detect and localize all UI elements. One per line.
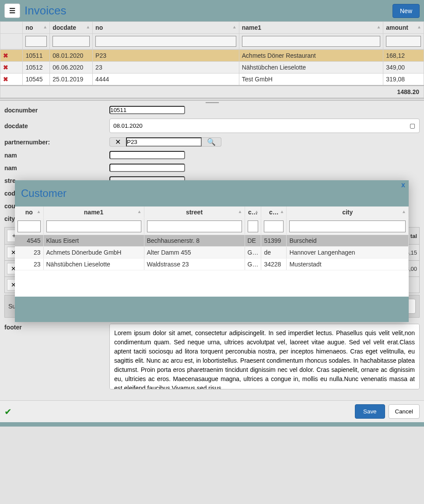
col-partner-no[interactable]: no▲: [93, 22, 239, 34]
table-row[interactable]: ✖ 10511 08.01.2020 P23 Achmets Döner Res…: [0, 50, 424, 62]
label-footer: footer: [4, 324, 109, 331]
filter-name1[interactable]: [242, 36, 381, 47]
mcol-name1[interactable]: name1▲: [43, 206, 144, 218]
modal-title: Customer: [21, 187, 403, 200]
save-button[interactable]: Save: [355, 404, 385, 419]
delete-row-button[interactable]: ✖: [0, 50, 23, 62]
calendar-icon[interactable]: ▢: [410, 122, 415, 129]
customer-row[interactable]: 23Nähstübchen LieselotteWaldstrasse 23G……: [15, 259, 409, 270]
mfilter-name[interactable]: [46, 220, 141, 232]
mcol-street[interactable]: street▲: [144, 206, 245, 218]
filter-docdate[interactable]: [53, 36, 90, 47]
page-title: Invoices: [25, 4, 392, 18]
col-docdate[interactable]: docdate▲: [50, 22, 93, 34]
check-icon: ✔: [4, 406, 12, 417]
customer-lookup-modal: x Customer no▲ name1▲ street▲ c…▲ c…▲ ci…: [15, 180, 409, 322]
input-name1[interactable]: [109, 151, 185, 159]
mfilter-c1[interactable]: [248, 220, 259, 232]
delete-row-button[interactable]: ✖: [0, 74, 23, 85]
label-docdate: docdate: [4, 122, 109, 130]
input-name2[interactable]: [109, 164, 185, 172]
label-docnumber: docnumber: [4, 107, 109, 114]
label-partnernumber: partnernumber:: [4, 139, 109, 146]
new-button[interactable]: New: [392, 4, 420, 18]
col-actions: [0, 22, 23, 34]
delete-row-button[interactable]: ✖: [0, 62, 23, 74]
mfilter-city[interactable]: [289, 220, 406, 232]
mfilter-no[interactable]: [18, 220, 41, 232]
mfilter-c2[interactable]: [264, 220, 284, 232]
invoice-grid-body: ✖ 10511 08.01.2020 P23 Achmets Döner Res…: [0, 49, 424, 85]
cancel-button[interactable]: Cancel: [389, 404, 420, 419]
col-no[interactable]: no▲: [23, 22, 50, 34]
col-name1[interactable]: name1▲: [239, 22, 383, 34]
invoice-grid: no▲ docdate▲ no▲ name1▲ amount▲: [0, 21, 424, 49]
input-docnumber[interactable]: [109, 106, 185, 114]
textarea-footer[interactable]: [109, 324, 420, 389]
col-amount[interactable]: amount▲: [383, 22, 424, 34]
table-row[interactable]: ✖ 10545 25.01.2019 4444 Test GmbH 319,08: [0, 74, 424, 85]
filter-no[interactable]: [25, 36, 47, 47]
mcol-c2[interactable]: c…▲: [261, 206, 287, 218]
modal-close-button[interactable]: x: [401, 181, 405, 189]
filter-partnerno[interactable]: [95, 36, 236, 47]
customer-row[interactable]: 4545Klaus EisertBechhausenerstr. 8DE5139…: [15, 235, 409, 247]
customer-grid: no▲ name1▲ street▲ c…▲ c…▲ city▲: [15, 206, 409, 270]
table-row[interactable]: ✖ 10512 06.06.2020 23 Nähstübchen Liesel…: [0, 62, 424, 74]
grid-total: 1488.20: [0, 86, 424, 98]
menu-button[interactable]: ☰: [4, 4, 20, 18]
customer-row[interactable]: 23Achmets Dönerbude GmbHAlter Damm 455G……: [15, 247, 409, 259]
search-partner-button[interactable]: 🔍: [202, 137, 221, 147]
mfilter-street[interactable]: [147, 220, 242, 232]
input-docdate[interactable]: [109, 119, 420, 133]
mcol-no[interactable]: no▲: [15, 206, 43, 218]
input-partnernumber[interactable]: [126, 137, 202, 147]
filter-amount[interactable]: [386, 36, 421, 47]
mcol-c1[interactable]: c…▲: [245, 206, 261, 218]
mcol-city[interactable]: city▲: [287, 206, 409, 218]
clear-partner-button[interactable]: ✕: [109, 137, 126, 147]
